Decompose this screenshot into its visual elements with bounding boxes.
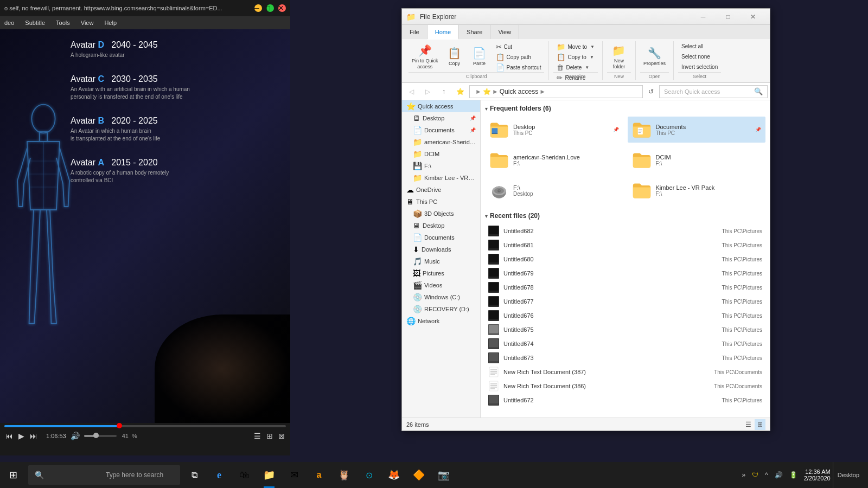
paste-button[interactable]: 📄 Paste [468, 42, 492, 72]
nav-pictures[interactable]: 🖼 Pictures [402, 267, 480, 279]
file-untitled675[interactable]: Untitled675 This PC\Pictures [485, 323, 765, 337]
move-to-button[interactable]: 📁 Move to ▼ [553, 42, 598, 52]
tray-overflow[interactable]: » [739, 469, 748, 481]
tab-share[interactable]: Share [459, 25, 490, 39]
copy-button[interactable]: 📋 Copy [443, 42, 467, 72]
nav-kimber[interactable]: 📁 Kimber Lee - VR Pac [402, 172, 480, 184]
taskbar-search[interactable]: 🔍 Type here to search [28, 465, 180, 485]
tray-battery[interactable]: 🔋 [787, 469, 800, 481]
nav-3d-objects[interactable]: 📦 3D Objects [402, 208, 480, 220]
file-untitled679[interactable]: Untitled679 This PC\Pictures [485, 266, 765, 280]
tab-file[interactable]: File [402, 25, 427, 39]
grid-button[interactable]: ⊞ [265, 431, 274, 441]
file-untitled676[interactable]: Untitled676 This PC\Pictures [485, 309, 765, 323]
taskbar-vlc[interactable]: 🔶 [407, 462, 431, 488]
tray-virus[interactable]: 🛡 [750, 469, 761, 481]
tab-home[interactable]: Home [427, 25, 459, 40]
taskbar-firefox[interactable]: 🦊 [382, 462, 406, 488]
show-desktop-button[interactable]: Desktop [833, 462, 864, 488]
cut-button[interactable]: ✂ Cut [493, 42, 545, 52]
nav-documents-pc[interactable]: 📄 Documents [402, 232, 480, 243]
file-untitled673[interactable]: Untitled673 This PC\Pictures [485, 351, 765, 365]
folder-documents[interactable]: Documents This PC 📌 [628, 117, 766, 143]
pin-button[interactable]: 📌 Pin to Quickaccess [409, 42, 442, 72]
menu-view[interactable]: View [79, 18, 96, 27]
menu-subtitle[interactable]: Subtitle [23, 18, 47, 27]
crop-button[interactable]: ⊠ [277, 431, 286, 441]
play-button[interactable]: ▶ [17, 431, 25, 441]
fe-minimize-button[interactable]: ─ [691, 9, 716, 25]
volume-slider[interactable] [84, 435, 117, 437]
progress-bar[interactable] [4, 425, 286, 427]
search-box[interactable]: Search Quick access 🔍 [659, 85, 768, 98]
fe-close-button[interactable]: ✕ [741, 9, 765, 25]
nav-desktop[interactable]: 🖥 Desktop 📌 [402, 112, 480, 124]
folder-f-drive[interactable]: F:\ Desktop [485, 177, 623, 203]
fe-maximize-button[interactable]: □ [716, 9, 741, 25]
taskbar-store[interactable]: 🛍 [232, 462, 256, 488]
nav-music[interactable]: 🎵 Music [402, 255, 480, 267]
delete-button[interactable]: 🗑 Delete ▼ [553, 62, 598, 73]
nav-americavr[interactable]: 📁 americavr-Sheridan. [402, 136, 480, 148]
nav-network[interactable]: 🌐 Network [402, 315, 480, 327]
file-untitled681[interactable]: Untitled681 This PC\Pictures [485, 238, 765, 252]
new-folder-button[interactable]: 📁 Newfolder [607, 42, 631, 72]
nav-dcim[interactable]: 📁 DCIM [402, 148, 480, 160]
video-minimize-button[interactable]: ─ [254, 4, 262, 12]
taskbar-amazon[interactable]: a [307, 462, 331, 488]
properties-button[interactable]: 🔧 Properties [640, 42, 669, 72]
rewind-button[interactable]: ⏮ [4, 431, 14, 441]
frequent-folders-header[interactable]: ▾ Frequent folders (6) [485, 105, 765, 112]
menu-tools[interactable]: Tools [54, 18, 72, 27]
refresh-button[interactable]: ↺ [645, 86, 657, 98]
nav-windows-c[interactable]: 💿 Windows (C:) [402, 291, 480, 303]
copy-path-button[interactable]: 📋 Copy path [493, 52, 545, 62]
recent-files-header[interactable]: ▾ Recent files (20) [485, 212, 765, 220]
taskbar-clock[interactable]: 12:36 AM 2/20/2020 [804, 468, 831, 481]
taskbar-task-view[interactable]: ⧉ [182, 462, 206, 488]
taskbar-tripadvisor[interactable]: 🦉 [332, 462, 356, 488]
up-button[interactable]: ↑ [437, 85, 451, 99]
playlist-button[interactable]: ☰ [253, 431, 262, 441]
taskbar-edge[interactable]: e [207, 462, 231, 488]
nav-f-drive[interactable]: 💾 F:\ [402, 160, 480, 172]
video-close-button[interactable]: ✕ [278, 4, 286, 12]
mute-button[interactable]: 🔊 [69, 431, 81, 441]
fastforward-button[interactable]: ⏭ [29, 431, 39, 441]
file-untitled680[interactable]: Untitled680 This PC\Pictures [485, 252, 765, 266]
nav-home-button[interactable]: ⭐ [453, 85, 467, 99]
file-untitled678[interactable]: Untitled678 This PC\Pictures [485, 280, 765, 294]
nav-this-pc[interactable]: 🖥 This PC [402, 196, 480, 208]
menu-deo[interactable]: deo [2, 18, 16, 27]
taskbar-camera[interactable]: 📷 [432, 462, 456, 488]
folder-dcim[interactable]: DCIM F:\ [628, 147, 766, 173]
forward-button[interactable]: ▷ [420, 85, 435, 99]
file-untitled682[interactable]: Untitled682 This PC\Pictures [485, 224, 765, 238]
tiles-view-button[interactable]: ⊞ [755, 419, 765, 430]
nav-documents[interactable]: 📄 Documents 📌 [402, 124, 480, 136]
taskbar-app1[interactable]: ⊙ [357, 462, 381, 488]
search-icon[interactable]: 🔍 [754, 87, 763, 95]
nav-videos[interactable]: 🎬 Videos [402, 279, 480, 291]
nav-downloads[interactable]: ⬇ Downloads [402, 243, 480, 255]
paste-shortcut-button[interactable]: 📄 Paste shortcut [493, 62, 545, 73]
nav-quick-access[interactable]: ⭐ Quick access [402, 100, 480, 112]
folder-americavr[interactable]: americavr-Sheridan.Love F:\ [485, 147, 623, 173]
file-richtxt387[interactable]: New Rich Text Document (387) This PC\Doc… [485, 365, 765, 379]
file-untitled677[interactable]: Untitled677 This PC\Pictures [485, 294, 765, 309]
address-bar[interactable]: ► ⭐ ► Quick access ► [469, 85, 643, 98]
tray-volume[interactable]: 🔊 [773, 469, 785, 481]
tray-up-arrow[interactable]: ^ [763, 469, 770, 481]
taskbar-file-explorer[interactable]: 📁 [257, 462, 281, 488]
start-button[interactable]: ⊞ [0, 462, 26, 488]
file-untitled672[interactable]: Untitled672 This PC\Pictures [485, 393, 765, 407]
nav-onedrive[interactable]: ☁ OneDrive [402, 184, 480, 196]
tab-view[interactable]: View [490, 25, 519, 39]
details-view-button[interactable]: ☰ [743, 419, 754, 430]
back-button[interactable]: ◁ [404, 85, 418, 99]
folder-desktop[interactable]: Desktop This PC 📌 [485, 117, 623, 143]
file-richtxt386[interactable]: New Rich Text Document (386) This PC\Doc… [485, 379, 765, 393]
file-untitled674[interactable]: Untitled674 This PC\Pictures [485, 337, 765, 351]
invert-selection-button[interactable]: Invert selection [678, 63, 721, 71]
select-all-button[interactable]: Select all [678, 42, 721, 50]
